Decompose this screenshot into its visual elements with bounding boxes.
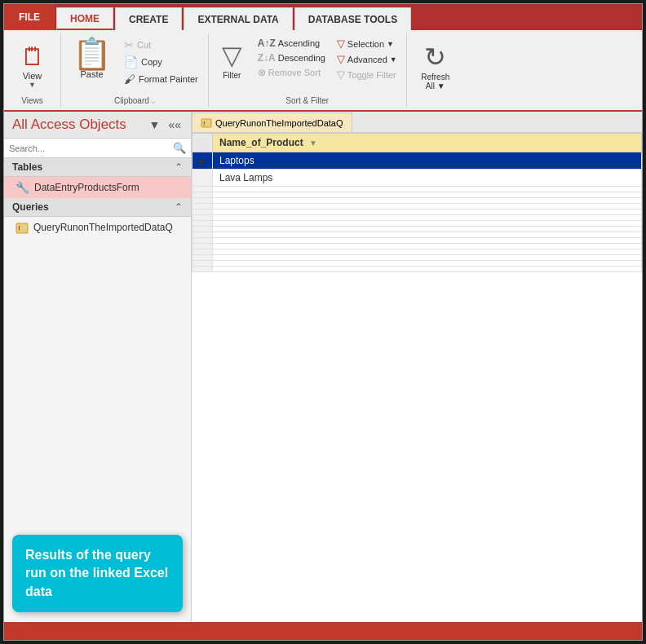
ribbon-group-sort-filter: ▽ Filter A↑Z Ascending Z↓A Descending ⊗ xyxy=(209,33,407,107)
row-arrow-icon: ▶ xyxy=(199,157,206,165)
table-row-empty-3 xyxy=(192,198,642,204)
selection-button[interactable]: ▽ Selection ▼ xyxy=(334,37,400,51)
clipboard-small-buttons: ✂ Cut 📄 Copy 🖌 Format Painter xyxy=(121,37,201,87)
format-painter-label: Format Painter xyxy=(139,74,198,84)
table-row-empty-11 xyxy=(192,244,642,249)
search-icon: 🔍 xyxy=(173,142,186,154)
selection-label: Selection xyxy=(347,39,384,49)
table-row-empty-14 xyxy=(192,261,642,267)
copy-button[interactable]: 📄 Copy xyxy=(121,54,201,70)
paste-button[interactable]: 📋 Paste xyxy=(68,37,116,81)
data-table: Name_of_Product ▼ ▶ Laptops Lava Lamps xyxy=(192,133,642,272)
remove-sort-icon: ⊗ xyxy=(258,67,266,78)
search-input[interactable] xyxy=(9,143,173,153)
table-row-empty-13 xyxy=(192,255,642,261)
records-group-label: Records xyxy=(414,95,458,107)
table-row-empty-1 xyxy=(192,187,642,192)
advanced-label: Advanced xyxy=(347,55,387,64)
query-tab-label: QueryRunonTheImportedDataQ xyxy=(215,118,343,128)
tab-home[interactable]: HOME xyxy=(56,7,113,30)
format-painter-button[interactable]: 🖌 Format Painter xyxy=(121,71,201,87)
table-row-empty-12 xyxy=(192,249,642,255)
tab-external-data[interactable]: EXTERNAL DATA xyxy=(184,7,292,30)
right-data-panel: ! QueryRunonTheImportedDataQ Name_of_Pro… xyxy=(192,112,642,622)
refresh-button[interactable]: ↻ Refresh All ▼ xyxy=(414,38,456,94)
row-selector-cell: ▶ xyxy=(192,152,213,170)
remove-sort-label: Remove Sort xyxy=(268,68,321,77)
filter-icon: ▽ xyxy=(222,40,242,71)
ascending-button[interactable]: A↑Z Ascending xyxy=(255,37,328,50)
cut-button[interactable]: ✂ Cut xyxy=(121,37,201,53)
table-row-empty-4 xyxy=(192,204,642,210)
refresh-label: Refresh xyxy=(421,73,449,82)
nav-options-icon[interactable]: ▼ xyxy=(148,117,162,133)
column-sort-icon: ▼ xyxy=(309,139,317,148)
filter-label: Filter xyxy=(223,71,241,80)
query-tab-icon: ! xyxy=(201,117,212,129)
copy-icon: 📄 xyxy=(124,55,138,68)
nav-header-icons: ▼ «« xyxy=(148,117,183,133)
nav-item-query[interactable]: ! QueryRunonTheImportedDataQ xyxy=(4,217,191,238)
column-header-name-of-product[interactable]: Name_of_Product ▼ xyxy=(213,134,642,152)
status-bar xyxy=(4,622,642,640)
paste-label: Paste xyxy=(80,69,103,79)
query-tab-bar: ! QueryRunonTheImportedDataQ xyxy=(192,112,642,133)
nav-panel-title: All Access Objects xyxy=(12,117,126,133)
tab-database-tools[interactable]: DATABASE TOOLS xyxy=(294,7,411,30)
toggle-filter-button[interactable]: ▽ Toggle Filter xyxy=(334,68,400,82)
selection-icon: ▽ xyxy=(337,37,345,50)
view-icon: 🗒 xyxy=(20,43,45,71)
copy-label: Copy xyxy=(141,57,162,67)
table-row-empty-15 xyxy=(192,267,642,272)
sort-buttons: A↑Z Ascending Z↓A Descending ⊗ Remove So… xyxy=(255,37,328,79)
table-icon: 🔧 xyxy=(15,181,29,194)
remove-sort-button[interactable]: ⊗ Remove Sort xyxy=(255,66,328,79)
nav-header: All Access Objects ▼ «« xyxy=(4,112,191,139)
descending-button[interactable]: Z↓A Descending xyxy=(255,51,328,64)
views-group-label: Views xyxy=(11,95,54,107)
ascending-label: Ascending xyxy=(278,38,320,48)
column-header-label: Name_of_Product xyxy=(219,137,303,148)
table-cell-lava-lamps: Lava Lamps xyxy=(213,170,642,187)
left-nav-panel: All Access Objects ▼ «« 🔍 Tables ⌃ 🔧 Dat… xyxy=(4,112,192,622)
nav-item-table-dataentry[interactable]: 🔧 DataEntryProductsForm xyxy=(4,177,191,198)
view-button[interactable]: 🗒 View ▼ xyxy=(12,42,53,90)
advanced-arrow-icon: ▼ xyxy=(390,55,397,64)
tables-section-header[interactable]: Tables ⌃ xyxy=(4,158,191,177)
table-row[interactable]: ▶ Laptops xyxy=(192,152,642,170)
cut-label: Cut xyxy=(137,40,151,50)
row-selector-header xyxy=(192,134,213,152)
table-row[interactable]: Lava Lamps xyxy=(192,170,642,187)
filter-button[interactable]: ▽ Filter xyxy=(215,37,249,83)
format-painter-icon: 🖌 xyxy=(124,73,135,86)
tab-file[interactable]: FILE xyxy=(4,4,55,30)
table-row-empty-7 xyxy=(192,221,642,227)
selection-arrow-icon: ▼ xyxy=(387,40,394,48)
table-cell-laptops: Laptops xyxy=(213,152,642,170)
descending-label: Descending xyxy=(278,53,325,63)
query-tab[interactable]: ! QueryRunonTheImportedDataQ xyxy=(192,112,352,132)
clipboard-expand-icon[interactable]: ⌵ xyxy=(151,97,155,105)
nav-collapse-icon[interactable]: «« xyxy=(166,117,183,133)
paste-icon: 📋 xyxy=(73,38,111,69)
refresh-icon: ↻ xyxy=(424,42,446,73)
queries-section-expand-icon: ⌃ xyxy=(175,201,183,213)
table-row-empty-6 xyxy=(192,215,642,221)
ribbon-tab-bar: FILE HOME CREATE EXTERNAL DATA DATABASE … xyxy=(4,4,642,30)
app-window: FILE HOME CREATE EXTERNAL DATA DATABASE … xyxy=(3,3,643,641)
sort-filter-group-label: Sort & Filter xyxy=(215,95,400,107)
ribbon-group-clipboard: 📋 Paste ✂ Cut 📄 Copy 🖌 Format Pai xyxy=(61,33,209,107)
row-selector-cell-2 xyxy=(192,170,213,187)
advanced-button[interactable]: ▽ Advanced ▼ xyxy=(334,52,400,66)
table-item-label: DataEntryProductsForm xyxy=(34,182,139,193)
cut-icon: ✂ xyxy=(124,38,134,51)
tables-section-expand-icon: ⌃ xyxy=(175,161,183,173)
table-row-empty-5 xyxy=(192,210,642,215)
ascending-icon: A↑Z xyxy=(258,37,276,49)
clipboard-group-label: Clipboard ⌵ xyxy=(68,95,201,107)
tab-create[interactable]: CREATE xyxy=(115,7,182,30)
queries-section-header[interactable]: Queries ⌃ xyxy=(4,198,191,217)
table-row-empty-10 xyxy=(192,238,642,244)
table-row-empty-2 xyxy=(192,192,642,198)
tables-section-title: Tables xyxy=(12,161,42,173)
